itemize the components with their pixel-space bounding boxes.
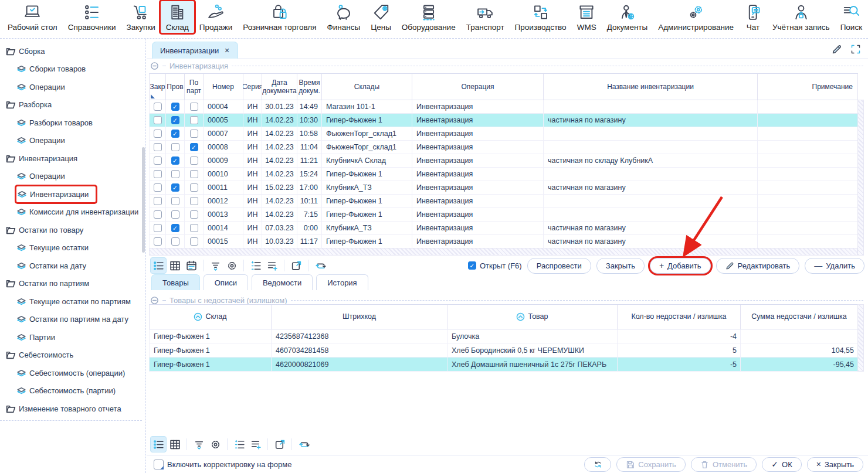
close-form-button[interactable]: ×Закрыть — [807, 457, 863, 472]
column-header[interactable]: По парт — [185, 74, 204, 100]
table-row[interactable]: 00011ИН15.02.2317:00КлубникА_ТЗИнвентари… — [149, 181, 858, 195]
by-batch-checkbox[interactable] — [190, 143, 198, 151]
correction-checkbox-box[interactable] — [154, 460, 164, 469]
sidebar-item[interactable]: Текущие остатки по партиям — [0, 292, 142, 311]
table-row[interactable]: 00014ИН07.03.230:00КлубникА_ТЗИнвентариз… — [149, 222, 858, 235]
ok-button[interactable]: ✓ОК — [762, 457, 801, 472]
table-row[interactable]: Гипер-Фьюжен 14235687412368Булочка-4 — [149, 329, 858, 343]
addlist-icon-button[interactable] — [264, 257, 280, 274]
sidebar-item[interactable]: Себестоимость — [0, 346, 142, 365]
table-row[interactable]: 00005ИН14.02.2310:30Гипер-Фьюжен 1Инвент… — [149, 114, 858, 127]
correction-checkbox[interactable]: Включить корректировку на форме — [154, 460, 291, 469]
edit-pencil-icon[interactable] — [832, 44, 842, 55]
by-batch-checkbox[interactable] — [190, 183, 198, 192]
open-f6-checkbox[interactable]: Открыт (F6) — [468, 261, 522, 270]
posted-checkbox[interactable] — [171, 170, 179, 178]
column-header[interactable]: Пров — [166, 74, 185, 100]
nav-item-finance[interactable]: Финансы — [322, 1, 366, 33]
sidebar-item[interactable]: Себестоимость (операции) — [0, 364, 142, 382]
nav-item-admin[interactable]: Администрирование — [653, 1, 739, 33]
collapse-circle-minus-icon[interactable] — [150, 296, 159, 305]
posted-checkbox[interactable] — [171, 224, 179, 232]
table-row[interactable]: 00008ИН14.02.2311:04ФьюженТорг_склад1Инв… — [149, 141, 858, 154]
filter-icon-button[interactable] — [191, 436, 207, 452]
column-header[interactable]: Дата документа — [262, 74, 297, 100]
column-header[interactable]: Склады — [322, 74, 412, 100]
nav-item-wms[interactable]: WMS — [572, 1, 602, 33]
column-header[interactable]: Склад — [150, 305, 272, 329]
sidebar-item[interactable]: Текущие остатки — [0, 239, 142, 257]
nav-item-prices[interactable]: Цены — [365, 1, 396, 33]
column-header[interactable]: Штрихкод — [272, 305, 447, 329]
nav-item-desktop[interactable]: Рабочий стол — [2, 1, 63, 33]
table-row[interactable]: 00009ИН14.02.2311:21КлубничкА СкладИнвен… — [149, 154, 858, 168]
by-batch-checkbox[interactable] — [190, 197, 198, 205]
add-button[interactable]: +Добавить — [650, 258, 711, 274]
posted-checkbox[interactable] — [171, 210, 179, 219]
column-header[interactable]: Время докум. — [297, 74, 322, 100]
closed-checkbox[interactable] — [154, 224, 162, 232]
closed-checkbox[interactable] — [154, 143, 162, 151]
table-row[interactable]: 00007ИН14.02.2310:58ФьюженТорг_склад1Инв… — [149, 127, 858, 141]
vertical-scrollbar[interactable] — [857, 100, 864, 256]
column-header[interactable]: Сумма недостачи / излишка — [741, 305, 858, 329]
closed-checkbox[interactable] — [154, 183, 162, 192]
table-row[interactable]: Гипер-Фьюжен 14607034281458Хлеб Бородинс… — [149, 343, 858, 358]
cancel-button[interactable]: Отменить — [691, 457, 757, 472]
tab-close-icon[interactable]: ✕ — [224, 47, 229, 55]
nav-item-account[interactable]: Учётная запись — [767, 1, 835, 33]
posted-checkbox[interactable] — [171, 197, 179, 205]
posted-checkbox[interactable] — [171, 116, 179, 124]
fullscreen-expand-icon[interactable] — [850, 44, 861, 55]
nav-item-sales[interactable]: Продажи — [194, 1, 238, 33]
detail-tab-Ведомости[interactable]: Ведомости — [252, 274, 313, 290]
sidebar-scrollbar-thumb[interactable] — [142, 147, 145, 253]
sidebar-item[interactable]: Сборки товаров — [0, 60, 142, 79]
gridview-icon-button[interactable] — [167, 257, 183, 274]
nav-item-documents[interactable]: Документы — [602, 1, 653, 33]
nav-item-equipment[interactable]: Оборудование — [396, 1, 461, 33]
external-icon-button[interactable] — [288, 257, 304, 274]
numlist-icon-button[interactable] — [247, 257, 264, 274]
sidebar-item[interactable]: Операции — [0, 168, 142, 186]
column-header[interactable]: Закр — [150, 74, 166, 100]
horizontal-scrollbar[interactable] — [149, 248, 857, 256]
sidebar-item[interactable]: Комиссии для инвентаризации — [0, 203, 142, 222]
posted-checkbox[interactable] — [171, 156, 179, 165]
table-row[interactable]: Гипер-Фьюжен 14620000821069Хлеб Домашний… — [149, 358, 858, 372]
listview-icon-button[interactable] — [150, 436, 167, 452]
external-icon-button[interactable] — [272, 436, 288, 452]
detail-tab-Товары[interactable]: Товары — [151, 274, 200, 290]
by-batch-checkbox[interactable] — [190, 130, 198, 138]
sidebar-item[interactable]: Операции — [0, 132, 142, 150]
open-f6-checkbox-box[interactable] — [468, 261, 476, 270]
nav-item-warehouse[interactable]: Склад — [161, 1, 194, 33]
column-header[interactable]: Операция — [412, 74, 544, 100]
nav-item-retail[interactable]: Розничная торговля — [238, 1, 321, 33]
posted-checkbox[interactable] — [171, 130, 179, 138]
closed-checkbox[interactable] — [154, 130, 162, 138]
table-row[interactable]: 00015ИН10.03.2311:17Гипер-Фьюжен 1Инвент… — [149, 235, 858, 249]
closed-checkbox[interactable] — [154, 237, 162, 246]
table-row[interactable]: 00012ИН14.02.2310:11Гипер-Фьюжен 1Инвент… — [149, 195, 858, 208]
sidebar-item[interactable]: Себестоимость (партии) — [0, 382, 142, 400]
filter-icon-button[interactable] — [207, 257, 223, 274]
column-header[interactable]: Номер — [204, 74, 243, 100]
closed-checkbox[interactable] — [154, 197, 162, 205]
gear-icon-button[interactable] — [207, 436, 223, 452]
sidebar-item[interactable]: Инвентаризации — [0, 185, 142, 203]
sidebar-item[interactable]: Остатки на дату — [0, 257, 142, 275]
by-batch-checkbox[interactable] — [190, 116, 198, 124]
sidebar-item[interactable]: Остатки по партиям — [0, 275, 142, 293]
closed-checkbox[interactable] — [154, 116, 162, 124]
posted-checkbox[interactable] — [171, 103, 179, 111]
posted-checkbox[interactable] — [171, 183, 179, 192]
sidebar-item[interactable]: Партии — [0, 328, 142, 346]
column-header[interactable]: Примечание — [758, 74, 858, 100]
by-batch-checkbox[interactable] — [190, 156, 198, 165]
tab-inventories[interactable]: Инвентаризации ✕ — [152, 42, 238, 59]
vertical-scrollbar-2[interactable] — [857, 304, 864, 372]
sidebar-item[interactable]: Разборки товаров — [0, 114, 142, 132]
nav-item-production[interactable]: Производство — [510, 1, 572, 33]
numlist-icon-button[interactable] — [231, 436, 247, 452]
